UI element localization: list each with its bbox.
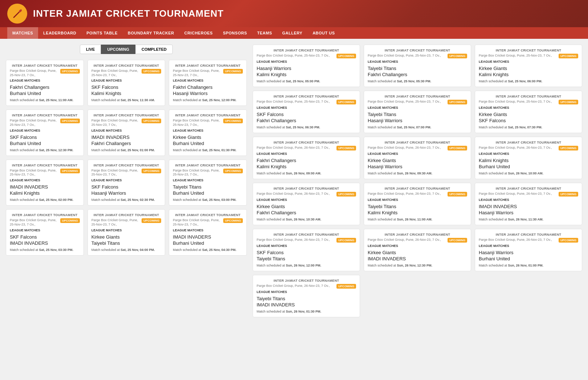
status-badge: UPCOMING <box>142 169 161 173</box>
status-badge: UPCOMING <box>448 146 467 150</box>
card-team1: SKF Falcons <box>91 84 162 90</box>
card-team2: Taiyebi Titans <box>257 256 356 261</box>
match-card: INTER JAMIAT CRICKET TOURNAMENT Parge Bo… <box>364 183 471 225</box>
card-meta-text: Parge Box Cricket Group, Pune, 26-Nov-23… <box>257 284 330 288</box>
card-tournament-name: INTER JAMIAT CRICKET TOURNAMENT <box>173 164 243 167</box>
nav-item-teams[interactable]: TEAMS <box>252 27 277 39</box>
card-tournament-name: INTER JAMIAT CRICKET TOURNAMENT <box>91 113 162 117</box>
card-tournament-name: INTER JAMIAT CRICKET TOURNAMENT <box>173 64 243 67</box>
status-badge: UPCOMING <box>559 54 578 58</box>
nav-item-points-table[interactable]: POINTS TABLE <box>81 27 123 39</box>
card-league: LEAGUE MATCHES <box>479 60 578 63</box>
status-badge: UPCOMING <box>336 146 356 150</box>
card-meta-text: Parge Box Cricket Group, Pune, 25-Nov-23… <box>173 218 222 227</box>
status-badge: UPCOMING <box>223 169 243 173</box>
card-meta-text: Parge Box Cricket Group, Pune, 25-Nov-23… <box>479 100 552 104</box>
card-schedule: Match scheduled at Sat, 25 Nov, 12:00 PM… <box>173 98 243 102</box>
right-panel: INTER JAMIAT CRICKET TOURNAMENT Parge Bo… <box>253 45 582 373</box>
card-team2: IMADI INVADERS <box>257 302 356 307</box>
match-card: INTER JAMIAT CRICKET TOURNAMENT Parge Bo… <box>6 60 84 106</box>
card-team2: Fakhri Challangers <box>368 72 467 77</box>
card-team2: Hasanji Warriors <box>368 118 467 123</box>
status-badge: UPCOMING <box>142 218 161 223</box>
card-league: LEAGUE MATCHES <box>479 244 578 248</box>
card-meta-text: Parge Box Cricket Group, Pune, 25-Nov-23… <box>91 169 140 177</box>
nav-item-about-us[interactable]: ABOUT US <box>307 27 340 39</box>
card-meta-text: Parge Box Cricket Group, Pune, 26-Nov-23… <box>479 238 552 242</box>
card-team1: Fakhri Challangers <box>173 84 243 90</box>
card-team1: Fakhri Challangers <box>10 84 80 90</box>
card-tournament-name: INTER JAMIAT CRICKET TOURNAMENT <box>479 141 578 144</box>
card-meta: Parge Box Cricket Group, Pune, 25-Nov-23… <box>368 54 467 58</box>
card-team1: Kirkee Giants <box>479 66 578 71</box>
match-card: INTER JAMIAT CRICKET TOURNAMENT Parge Bo… <box>169 110 247 156</box>
card-team1: SKF Falcons <box>10 135 80 140</box>
card-schedule: Match scheduled at Sat, 25 Nov, 01:30 PM… <box>173 148 243 152</box>
card-team1: Fakhri Challangers <box>257 158 356 163</box>
card-meta: Parge Box Cricket Group, Pune, 25-Nov-23… <box>10 218 80 227</box>
card-schedule: Match scheduled at Sat, 25 Nov, 04:00 PM… <box>91 248 162 252</box>
card-team1: Kirkee Giants <box>257 204 356 209</box>
status-badge: UPCOMING <box>336 54 356 58</box>
tab-completed[interactable]: COMPLETED <box>135 45 173 54</box>
card-team1: SKF Falcons <box>10 234 80 240</box>
card-meta: Parge Box Cricket Group, Pune, 25-Nov-23… <box>173 218 243 227</box>
card-tournament-name: INTER JAMIAT CRICKET TOURNAMENT <box>10 213 80 217</box>
card-team2: Burhani United <box>10 141 80 146</box>
card-meta-text: Parge Box Cricket Group, Pune, 26-Nov-23… <box>479 146 552 150</box>
status-badge: UPCOMING <box>223 119 243 123</box>
nav-item-leaderboard[interactable]: LEADERBOARD <box>38 27 81 39</box>
card-tournament-name: INTER JAMIAT CRICKET TOURNAMENT <box>257 141 356 144</box>
card-tournament-name: INTER JAMIAT CRICKET TOURNAMENT <box>368 187 467 190</box>
card-schedule: Match scheduled at Sun, 26 Nov, 11:30 AM… <box>479 218 578 221</box>
card-meta-text: Parge Box Cricket Group, Pune, 25-Nov-23… <box>257 54 330 58</box>
card-meta: Parge Box Cricket Group, Pune, 25-Nov-23… <box>10 169 80 177</box>
card-tournament-name: INTER JAMIAT CRICKET TOURNAMENT <box>368 233 467 236</box>
card-team1: SKF Falcons <box>257 250 356 255</box>
cricket-logo-icon <box>11 7 24 20</box>
left-cards-grid: INTER JAMIAT CRICKET TOURNAMENT Parge Bo… <box>6 60 247 256</box>
card-tournament-name: INTER JAMIAT CRICKET TOURNAMENT <box>91 64 162 67</box>
tab-live[interactable]: LIVE <box>80 45 101 54</box>
nav-item-gallery[interactable]: GALLERY <box>277 27 307 39</box>
match-card: INTER JAMIAT CRICKET TOURNAMENT Parge Bo… <box>475 45 582 87</box>
tab-upcoming[interactable]: UPCOMING <box>101 45 135 54</box>
card-team1: Kirkee Giants <box>91 234 162 240</box>
card-schedule: Match scheduled at Sat, 25 Nov, 07:00 PM… <box>368 125 467 129</box>
card-team2: Kalimi Knights <box>10 190 80 196</box>
card-team2: Burhani United <box>173 190 243 196</box>
card-team2: Hasanji Warriors <box>173 91 243 96</box>
card-meta: Parge Box Cricket Group, Pune, 25-Nov-23… <box>173 169 243 177</box>
nav-item-boundary-tracker[interactable]: BOUNDARY TRACKER <box>123 27 179 39</box>
card-meta-text: Parge Box Cricket Group, Pune, 26-Nov-23… <box>368 146 441 150</box>
card-meta-text: Parge Box Cricket Group, Pune, 26-Nov-23… <box>257 192 330 196</box>
card-tournament-name: INTER JAMIAT CRICKET TOURNAMENT <box>368 141 467 144</box>
card-meta: Parge Box Cricket Group, Pune, 25-Nov-23… <box>368 100 467 104</box>
status-badge: UPCOMING <box>559 100 578 104</box>
status-badge: UPCOMING <box>142 119 161 123</box>
card-league: LEAGUE MATCHES <box>91 178 162 182</box>
card-meta: Parge Box Cricket Group, Pune, 26-Nov-23… <box>479 192 578 197</box>
card-tournament-name: INTER JAMIAT CRICKET TOURNAMENT <box>479 233 578 236</box>
card-team2: Burhani United <box>173 240 243 246</box>
card-team2: Fakhri Challangers <box>257 210 356 215</box>
status-badge: UPCOMING <box>336 192 356 197</box>
card-meta: Parge Box Cricket Group, Pune, 25-Nov-23… <box>91 69 162 77</box>
nav-item-sponsors[interactable]: SPONSORS <box>218 27 252 39</box>
match-card: INTER JAMIAT CRICKET TOURNAMENT Parge Bo… <box>253 91 360 133</box>
status-badge: UPCOMING <box>60 69 80 74</box>
card-schedule: Match scheduled at Sat, 25 Nov, 02:00 PM… <box>10 198 80 202</box>
status-badge: UPCOMING <box>142 69 161 74</box>
nav-item-matches[interactable]: MATCHES <box>7 27 38 39</box>
card-schedule: Match scheduled at Sun, 26 Nov, 09:30 AM… <box>368 172 467 175</box>
card-team1: Taiyebi Titans <box>173 184 243 190</box>
card-schedule: Match scheduled at Sat, 25 Nov, 03:30 PM… <box>10 248 80 252</box>
card-team1: SKF Falcons <box>91 184 162 190</box>
status-badge: UPCOMING <box>559 238 578 243</box>
card-meta: Parge Box Cricket Group, Pune, 25-Nov-23… <box>257 54 356 58</box>
match-card: INTER JAMIAT CRICKET TOURNAMENT Parge Bo… <box>475 183 582 225</box>
nav-item-cricheroes[interactable]: CRICHEROES <box>179 27 218 39</box>
status-badge: UPCOMING <box>336 284 356 289</box>
card-league: LEAGUE MATCHES <box>368 244 467 248</box>
match-card: INTER JAMIAT CRICKET TOURNAMENT Parge Bo… <box>87 209 166 255</box>
